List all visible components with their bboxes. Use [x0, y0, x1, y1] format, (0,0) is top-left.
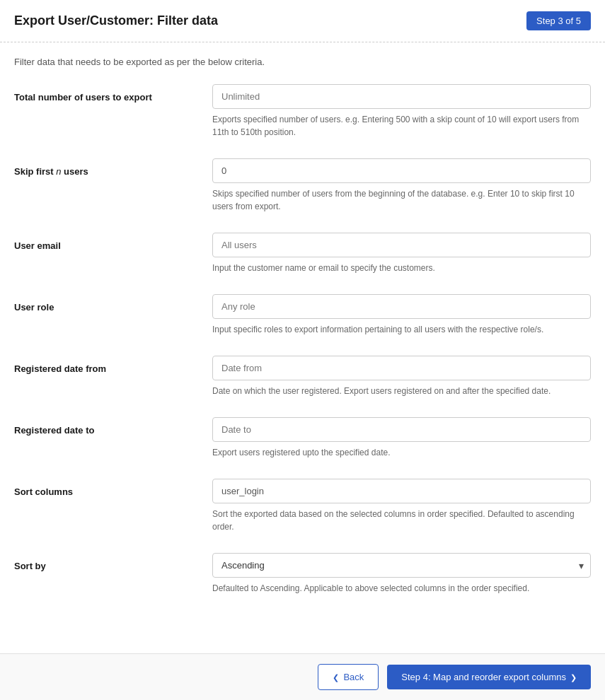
form-row-user_role: User roleInput specific roles to export … [14, 294, 591, 336]
page-title: Export User/Customer: Filter data [14, 13, 218, 28]
label-col-sort_columns: Sort columns [14, 479, 212, 497]
filter-form: Total number of users to exportExports s… [14, 84, 591, 595]
label-col-total_users: Total number of users to export [14, 84, 212, 103]
field-col-sort_columns: Sort the exported data based on the sele… [212, 479, 591, 533]
input-user_role[interactable] [212, 294, 591, 319]
hint-registered_date_from: Date on which the user registered. Expor… [212, 385, 591, 397]
step-badge: Step 3 of 5 [526, 11, 591, 30]
chevron-right-icon [570, 672, 577, 682]
form-row-registered_date_to: Registered date toExport users registere… [14, 417, 591, 459]
hint-total_users: Exports specified number of users. e.g. … [212, 113, 591, 139]
field-col-skip_users: Skips specified number of users from the… [212, 158, 591, 213]
label-registered_date_to: Registered date to [14, 425, 94, 436]
label-col-registered_date_from: Registered date from [14, 356, 212, 374]
back-button-label: Back [343, 672, 364, 682]
chevron-left-icon [333, 672, 339, 682]
label-total_users: Total number of users to export [14, 92, 152, 103]
form-row-user_email: User emailInput the customer name or ema… [14, 233, 591, 274]
input-registered_date_from[interactable] [212, 356, 591, 380]
field-col-user_role: Input specific roles to export informati… [212, 294, 591, 336]
page-content: Filter data that needs to be exported as… [0, 42, 605, 685]
hint-skip_users: Skips specified number of users from the… [212, 187, 591, 213]
field-col-sort_by: AscendingDescending▾Defaulted to Ascendi… [212, 553, 591, 595]
next-button[interactable]: Step 4: Map and reorder export columns [387, 665, 591, 689]
form-row-sort_columns: Sort columnsSort the exported data based… [14, 479, 591, 533]
hint-user_email: Input the customer name or email to spec… [212, 262, 591, 274]
select-sort_by[interactable]: AscendingDescending [212, 553, 591, 578]
label-skip_users: Skip first n users [14, 166, 88, 177]
field-col-user_email: Input the customer name or email to spec… [212, 233, 591, 274]
next-button-label: Step 4: Map and reorder export columns [401, 672, 566, 682]
hint-registered_date_to: Export users registered upto the specifi… [212, 446, 591, 459]
field-col-total_users: Exports specified number of users. e.g. … [212, 84, 591, 139]
footer-bar: Back Step 4: Map and reorder export colu… [0, 653, 605, 700]
label-user_email: User email [14, 240, 61, 251]
label-col-user_email: User email [14, 233, 212, 251]
form-row-registered_date_from: Registered date fromDate on which the us… [14, 356, 591, 397]
field-col-registered_date_from: Date on which the user registered. Expor… [212, 356, 591, 397]
input-user_email[interactable] [212, 233, 591, 257]
label-col-skip_users: Skip first n users [14, 158, 212, 177]
label-col-user_role: User role [14, 294, 212, 313]
field-col-registered_date_to: Export users registered upto the specifi… [212, 417, 591, 459]
page-header: Export User/Customer: Filter data Step 3… [0, 0, 605, 42]
label-col-registered_date_to: Registered date to [14, 417, 212, 436]
form-row-total_users: Total number of users to exportExports s… [14, 84, 591, 139]
label-registered_date_from: Registered date from [14, 363, 106, 374]
input-sort_columns[interactable] [212, 479, 591, 503]
hint-sort_by: Defaulted to Ascending. Applicable to ab… [212, 582, 591, 595]
input-registered_date_to[interactable] [212, 417, 591, 442]
select-wrapper-sort_by: AscendingDescending▾ [212, 553, 591, 578]
label-col-sort_by: Sort by [14, 553, 212, 571]
label-sort_by: Sort by [14, 561, 46, 571]
form-row-skip_users: Skip first n usersSkips specified number… [14, 158, 591, 213]
filter-description: Filter data that needs to be exported as… [14, 57, 591, 67]
back-button[interactable]: Back [318, 664, 379, 690]
label-sort_columns: Sort columns [14, 486, 73, 497]
form-row-sort_by: Sort byAscendingDescending▾Defaulted to … [14, 553, 591, 595]
label-user_role: User role [14, 302, 54, 313]
hint-user_role: Input specific roles to export informati… [212, 323, 591, 336]
input-total_users[interactable] [212, 84, 591, 109]
input-skip_users[interactable] [212, 158, 591, 183]
hint-sort_columns: Sort the exported data based on the sele… [212, 508, 591, 533]
